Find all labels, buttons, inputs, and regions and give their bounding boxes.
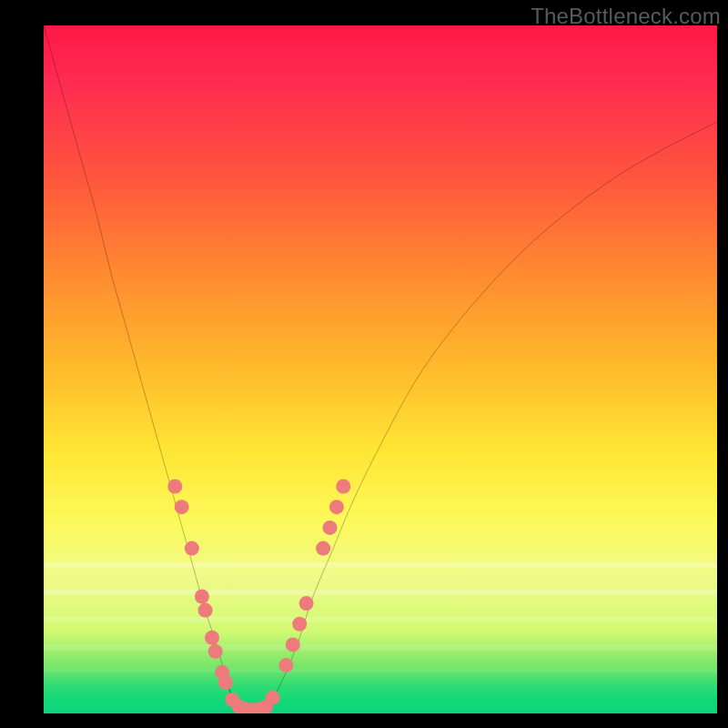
marker-dot (175, 500, 189, 514)
chart-svg (44, 25, 717, 713)
marker-dot (208, 644, 223, 659)
marker-dot (278, 658, 293, 672)
marker-dot (218, 675, 233, 690)
marker-dot (323, 521, 338, 535)
marker-dot (316, 541, 330, 556)
marker-dot (198, 603, 213, 618)
figure-container: TheBottleneck.com (0, 0, 728, 728)
marker-dot (336, 480, 350, 494)
curve-envelope-right (266, 122, 717, 710)
marker-dot (195, 589, 209, 603)
marker-dot (205, 631, 219, 645)
line-series-group (44, 25, 717, 711)
marker-dot (185, 541, 199, 556)
marker-dot (266, 691, 280, 705)
marker-dot (292, 617, 307, 632)
marker-dot (329, 500, 344, 514)
marker-series-group (167, 480, 350, 713)
marker-dot (286, 637, 300, 652)
plot-area (44, 25, 717, 713)
marker-dot (299, 596, 314, 611)
marker-dot (167, 480, 182, 494)
curve-envelope-left (44, 25, 246, 710)
